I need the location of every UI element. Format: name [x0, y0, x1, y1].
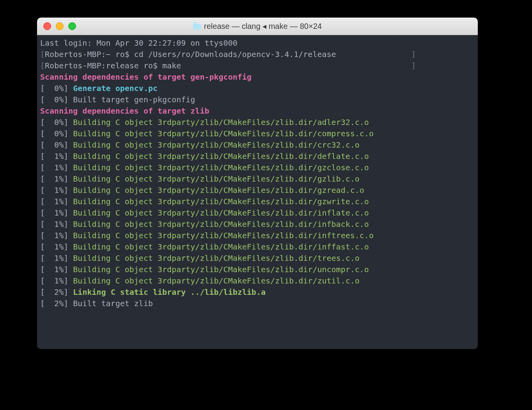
- terminal-text-segment: Building C object 3rdparty/zlib/CMakeFil…: [73, 152, 369, 161]
- terminal-line: [ 1%] Building C object 3rdparty/zlib/CM…: [40, 196, 475, 207]
- terminal-text-segment: [ 1%]: [40, 174, 73, 184]
- terminal-text-segment: ]: [181, 61, 416, 70]
- terminal-line: [ 1%] Building C object 3rdparty/zlib/CM…: [40, 151, 475, 162]
- folder-icon: [193, 23, 201, 30]
- terminal-text-segment: Scanning dependencies of target gen-pkgc…: [40, 72, 252, 82]
- terminal-text-segment: [: [40, 61, 45, 70]
- terminal-text-segment: Robertos-MBP:release ro$ make: [45, 61, 181, 70]
- terminal-text-segment: Robertos-MBP:~ ro$ cd /Users/ro/Download…: [45, 50, 336, 59]
- window-title-text: release — clang ◂ make — 80×24: [204, 21, 322, 31]
- terminal-text-segment: Building C object 3rdparty/zlib/CMakeFil…: [73, 118, 369, 127]
- terminal-text-segment: [ 1%]: [40, 185, 73, 195]
- traffic-lights: [37, 22, 76, 30]
- terminal-text-segment: Building C object 3rdparty/zlib/CMakeFil…: [73, 231, 374, 240]
- terminal-text-segment: [ 1%]: [40, 231, 73, 240]
- terminal-text-segment: [ 1%]: [40, 253, 73, 263]
- terminal-text-segment: [ 0%]: [40, 140, 73, 150]
- terminal-text-segment: [ 1%]: [40, 242, 73, 251]
- terminal-text-segment: Last login: Mon Apr 30 22:27:09 on ttys0…: [40, 38, 238, 48]
- terminal-text-segment: Generate opencv.pc: [73, 84, 158, 93]
- terminal-line: [ 1%] Building C object 3rdparty/zlib/CM…: [40, 173, 475, 185]
- desktop: release — clang ◂ make — 80×24 Last logi…: [0, 0, 532, 410]
- terminal-text-segment: [ 1%]: [40, 219, 73, 229]
- terminal-text-segment: Building C object 3rdparty/zlib/CMakeFil…: [73, 140, 360, 150]
- terminal-text-segment: [ 0%]: [40, 129, 73, 138]
- terminal-text-segment: Scanning dependencies of target zlib: [40, 106, 209, 116]
- terminal-line: [ 0%] Building C object 3rdparty/zlib/CM…: [40, 117, 475, 128]
- terminal-line: [ 0%] Building C object 3rdparty/zlib/CM…: [40, 128, 475, 139]
- terminal-text-segment: Linking C static library ../lib/libzlib.…: [73, 287, 266, 297]
- terminal-body[interactable]: Last login: Mon Apr 30 22:27:09 on ttys0…: [37, 35, 478, 349]
- terminal-window: release — clang ◂ make — 80×24 Last logi…: [37, 18, 478, 349]
- terminal-line: [Robertos-MBP:release ro$ make ]: [40, 60, 475, 71]
- terminal-text-segment: [ 0%]: [40, 118, 73, 127]
- terminal-text-segment: Building C object 3rdparty/zlib/CMakeFil…: [73, 163, 369, 172]
- terminal-text-segment: Building C object 3rdparty/zlib/CMakeFil…: [73, 265, 369, 274]
- terminal-line: [ 1%] Building C object 3rdparty/zlib/CM…: [40, 207, 475, 219]
- terminal-line: [Robertos-MBP:~ ro$ cd /Users/ro/Downloa…: [40, 49, 475, 60]
- terminal-line: [ 1%] Building C object 3rdparty/zlib/CM…: [40, 219, 475, 230]
- terminal-text-segment: [ 1%]: [40, 265, 73, 274]
- terminal-line: [ 1%] Building C object 3rdparty/zlib/CM…: [40, 275, 475, 287]
- terminal-text-segment: Building C object 3rdparty/zlib/CMakeFil…: [73, 174, 360, 184]
- terminal-text-segment: ]: [336, 50, 416, 59]
- terminal-line: [ 0%] Built target gen-pkgconfig: [40, 94, 475, 105]
- terminal-line: Scanning dependencies of target gen-pkgc…: [40, 71, 475, 83]
- terminal-text-segment: Building C object 3rdparty/zlib/CMakeFil…: [73, 219, 369, 229]
- terminal-text-segment: [ 1%]: [40, 163, 73, 172]
- terminal-line: [ 1%] Building C object 3rdparty/zlib/CM…: [40, 241, 475, 253]
- terminal-text-segment: [ 1%]: [40, 276, 73, 285]
- zoom-button[interactable]: [68, 22, 76, 30]
- terminal-text-segment: [ 1%]: [40, 208, 73, 217]
- terminal-text-segment: Building C object 3rdparty/zlib/CMakeFil…: [73, 276, 360, 285]
- terminal-text-segment: Building C object 3rdparty/zlib/CMakeFil…: [73, 197, 369, 206]
- terminal-text-segment: [ 0%] Built target gen-pkgconfig: [40, 95, 195, 104]
- terminal-line: Scanning dependencies of target zlib: [40, 105, 475, 117]
- terminal-line: [ 2%] Linking C static library ../lib/li…: [40, 287, 475, 298]
- terminal-line: [ 1%] Building C object 3rdparty/zlib/CM…: [40, 264, 475, 275]
- terminal-text-segment: Building C object 3rdparty/zlib/CMakeFil…: [73, 242, 369, 251]
- terminal-text-segment: [ 1%]: [40, 152, 73, 161]
- terminal-text-segment: [ 2%]: [40, 287, 73, 297]
- terminal-text-segment: Building C object 3rdparty/zlib/CMakeFil…: [73, 208, 369, 217]
- terminal-text-segment: Building C object 3rdparty/zlib/CMakeFil…: [73, 253, 360, 263]
- terminal-line: [ 0%] Generate opencv.pc: [40, 83, 475, 94]
- titlebar[interactable]: release — clang ◂ make — 80×24: [37, 18, 478, 35]
- minimize-button[interactable]: [56, 22, 64, 30]
- terminal-text-segment: [ 1%]: [40, 197, 73, 206]
- terminal-text-segment: Building C object 3rdparty/zlib/CMakeFil…: [73, 185, 364, 195]
- terminal-text-segment: [: [40, 50, 45, 59]
- terminal-line: [ 0%] Building C object 3rdparty/zlib/CM…: [40, 139, 475, 151]
- terminal-line: [ 1%] Building C object 3rdparty/zlib/CM…: [40, 162, 475, 173]
- terminal-line: [ 2%] Built target zlib: [40, 298, 475, 309]
- terminal-line: [ 1%] Building C object 3rdparty/zlib/CM…: [40, 253, 475, 264]
- close-button[interactable]: [43, 22, 51, 30]
- terminal-line: [ 1%] Building C object 3rdparty/zlib/CM…: [40, 230, 475, 241]
- terminal-line: [ 1%] Building C object 3rdparty/zlib/CM…: [40, 185, 475, 196]
- terminal-text-segment: Building C object 3rdparty/zlib/CMakeFil…: [73, 129, 374, 138]
- terminal-text-segment: [ 0%]: [40, 84, 73, 93]
- window-title: release — clang ◂ make — 80×24: [37, 21, 478, 31]
- terminal-text-segment: [ 2%] Built target zlib: [40, 299, 153, 308]
- terminal-line: Last login: Mon Apr 30 22:27:09 on ttys0…: [40, 37, 475, 49]
